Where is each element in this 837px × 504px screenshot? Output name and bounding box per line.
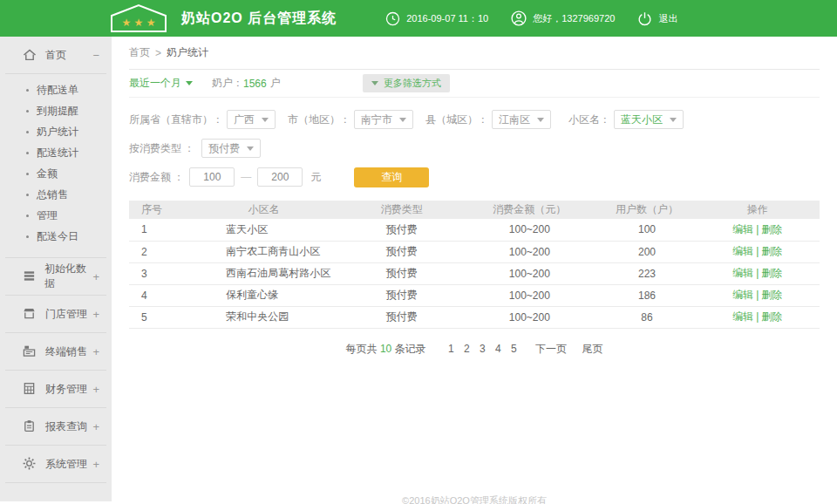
delete-link[interactable]: 删除	[761, 289, 782, 301]
page-number-4[interactable]: 4	[495, 343, 501, 355]
cell-users: 200	[599, 241, 696, 262]
per-page-prefix: 每页共	[346, 343, 378, 355]
sidebar-item-label: 奶户统计	[37, 125, 78, 140]
sidebar-item-delivery-stats[interactable]: 配送统计	[0, 142, 112, 163]
sidebar-group-report-query[interactable]: 报表查询 +	[0, 408, 112, 445]
col-header-community: 小区名	[184, 201, 343, 219]
stats-toolbar: 最近一个月 奶户： 1566 户 更多筛选方式	[129, 70, 820, 98]
expand-toggle-icon[interactable]: +	[92, 345, 99, 358]
table-row: 4 保利童心缘 预付费 100~200 186 编辑|删除	[129, 284, 820, 306]
chevron-down-icon	[371, 81, 378, 85]
period-dropdown[interactable]: 最近一个月	[129, 76, 193, 91]
sidebar-group-store-management[interactable]: 门店管理 +	[0, 296, 112, 332]
page-number-5[interactable]: 5	[511, 343, 517, 355]
bullet-icon	[26, 110, 29, 112]
cell-users: 223	[599, 262, 696, 284]
city-select[interactable]: 南宁市	[354, 110, 413, 129]
cell-index: 5	[129, 306, 184, 328]
cell-index: 3	[129, 262, 184, 284]
cell-community: 保利童心缘	[184, 284, 343, 306]
expand-toggle-icon[interactable]: +	[92, 308, 99, 321]
sidebar-group-system-management[interactable]: 系统管理 +	[0, 446, 112, 482]
sidebar-item-total-sales[interactable]: 总销售	[0, 184, 112, 205]
bullet-icon	[26, 194, 29, 196]
search-button[interactable]: 查询	[354, 167, 429, 187]
expand-toggle-icon[interactable]: +	[92, 270, 99, 283]
sidebar-item-label: 管理	[37, 208, 58, 223]
per-page-suffix: 条记录	[395, 343, 426, 355]
cell-users: 100	[599, 219, 696, 241]
more-filters-label: 更多筛选方式	[384, 77, 441, 90]
next-page-button[interactable]: 下一页	[535, 343, 567, 355]
more-filters-button[interactable]: 更多筛选方式	[363, 74, 450, 92]
breadcrumb: 首页 > 奶户统计	[129, 37, 820, 70]
app-title: 奶站O2O 后台管理系统	[181, 10, 337, 28]
sidebar-group-home[interactable]: 首页 −	[0, 37, 112, 73]
chevron-down-icon	[247, 146, 254, 151]
household-count: 1566	[243, 78, 267, 90]
clipboard-icon	[23, 419, 37, 433]
last-page-button[interactable]: 尾页	[582, 343, 602, 355]
county-select[interactable]: 江南区	[492, 110, 551, 129]
per-page-count: 10	[380, 343, 391, 355]
sidebar-group-init-data[interactable]: 初始化数据 +	[0, 258, 112, 295]
sidebar-item-pending-delivery[interactable]: 待配送单	[0, 79, 112, 100]
delete-link[interactable]: 删除	[761, 245, 782, 257]
expand-toggle-icon[interactable]: +	[92, 383, 99, 396]
cell-users: 86	[599, 306, 696, 328]
table-row: 3 西南石油局葛村路小区 预付费 100~200 223 编辑|删除	[129, 262, 820, 284]
edit-link[interactable]: 编辑	[732, 245, 753, 257]
cell-consume-type: 预付费	[344, 262, 461, 284]
user-greeting: 您好，1327969720	[511, 10, 615, 26]
delete-link[interactable]: 删除	[761, 310, 782, 323]
edit-link[interactable]: 编辑	[732, 310, 753, 323]
expand-toggle-icon[interactable]: +	[92, 458, 99, 471]
cell-consume-type: 预付费	[344, 306, 461, 328]
cell-amount: 100~200	[460, 306, 598, 328]
edit-link[interactable]: 编辑	[732, 267, 753, 279]
sidebar-group-label: 终端销售	[45, 344, 87, 359]
edit-link[interactable]: 编辑	[732, 289, 753, 301]
sidebar-item-milk-user-stats[interactable]: 奶户统计	[0, 121, 112, 142]
home-icon	[23, 48, 37, 62]
sidebar-group-terminal-sales[interactable]: 终端销售 +	[0, 333, 112, 370]
logout-label: 退出	[658, 12, 677, 25]
sidebar-item-management[interactable]: 管理	[0, 205, 112, 226]
app-window: ★ ★ ★ 奶站O2O 后台管理系统 2016-09-07 11：10 您好，1…	[0, 0, 837, 504]
bullet-icon	[26, 215, 29, 217]
sidebar-item-label: 金额	[37, 167, 58, 181]
breadcrumb-home[interactable]: 首页	[129, 45, 150, 60]
sidebar-item-expiry-reminder[interactable]: 到期提醒	[0, 100, 112, 121]
delete-link[interactable]: 删除	[761, 267, 782, 279]
consume-type-select[interactable]: 预付费	[201, 139, 261, 158]
type-filter-row: 按消费类型 ： 预付费	[129, 135, 820, 161]
edit-link[interactable]: 编辑	[732, 223, 753, 235]
page-number-1[interactable]: 1	[448, 343, 454, 355]
collapse-toggle-icon[interactable]: −	[92, 49, 99, 62]
province-select[interactable]: 广西	[227, 110, 276, 129]
sidebar-submenu: 待配送单 到期提醒 奶户统计 配送统计 金额 总销售 管理 配送今日	[0, 74, 112, 257]
top-header: ★ ★ ★ 奶站O2O 后台管理系统 2016-09-07 11：10 您好，1…	[0, 0, 837, 37]
sidebar-item-today-delivery[interactable]: 配送今日	[0, 226, 112, 247]
sidebar-item-amount[interactable]: 金额	[0, 163, 112, 184]
cell-amount: 100~200	[460, 262, 598, 284]
sidebar-group-finance-management[interactable]: 财务管理 +	[0, 371, 112, 407]
city-label: 市（地区）：	[288, 112, 350, 127]
page-number-2[interactable]: 2	[464, 343, 470, 355]
delete-link[interactable]: 删除	[761, 223, 782, 235]
brand-logo-icon: ★ ★ ★	[108, 3, 169, 34]
household-unit: 户	[270, 76, 281, 91]
bullet-icon	[26, 152, 29, 154]
period-label: 最近一个月	[129, 76, 181, 91]
chevron-down-icon	[670, 118, 677, 122]
page-number-3[interactable]: 3	[480, 343, 486, 355]
amount-max-input[interactable]	[257, 167, 303, 187]
main-content: 首页 > 奶户统计 最近一个月 奶户： 1566 户 更多筛选方式 所属省（直辖…	[112, 37, 837, 504]
community-select[interactable]: 蓝天小区	[614, 110, 684, 129]
cell-users: 186	[599, 284, 696, 306]
amount-min-input[interactable]	[189, 167, 235, 187]
logout-button[interactable]: 退出	[637, 11, 677, 26]
expand-toggle-icon[interactable]: +	[92, 420, 99, 433]
province-value: 广西	[234, 112, 255, 127]
sidebar-item-label: 配送统计	[37, 146, 78, 160]
